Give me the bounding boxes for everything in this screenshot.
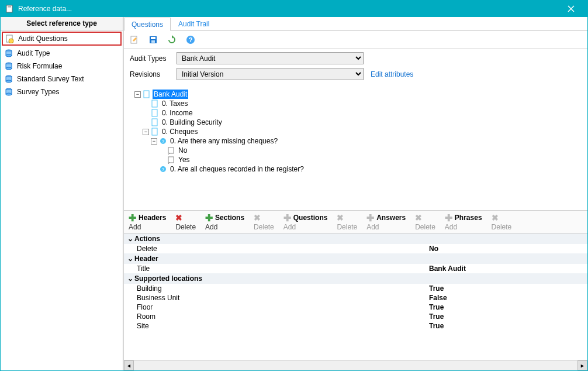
horizontal-scrollbar[interactable]: ◄ ► xyxy=(124,360,587,370)
scroll-right-arrow[interactable]: ► xyxy=(577,360,587,370)
scroll-track[interactable] xyxy=(134,360,577,370)
doc-icon xyxy=(151,128,159,136)
window-title: Reference data... xyxy=(18,5,559,13)
delete-icon: ✖ xyxy=(492,213,499,222)
svg-point-15 xyxy=(6,80,12,83)
tree-node[interactable]: 0. Are there any missing cheques? xyxy=(169,136,279,146)
doc-icon xyxy=(151,118,159,126)
tree-root[interactable]: Bank Audit xyxy=(153,90,188,99)
questions-add[interactable]: ✚QuestionsAdd xyxy=(279,211,333,233)
sidebar-item-label: Audit Questions xyxy=(18,35,68,43)
phrases-delete[interactable]: ✖Delete xyxy=(487,211,517,233)
pg-section-actions[interactable]: ⌄Actions xyxy=(124,233,587,244)
chevron-down-icon: ⌄ xyxy=(127,235,134,243)
tree-node[interactable]: 0. Cheques xyxy=(161,127,199,136)
audit-types-label: Audit Types xyxy=(130,54,177,63)
chevron-down-icon: ⌄ xyxy=(127,274,134,283)
pg-row[interactable]: DeleteNo xyxy=(124,244,587,253)
question-icon: ? xyxy=(159,137,167,145)
pg-row[interactable]: TitleBank Audit xyxy=(124,264,587,273)
help-button[interactable]: ? xyxy=(185,34,196,46)
questions-delete[interactable]: ✖Delete xyxy=(332,211,362,233)
svg-rect-32 xyxy=(168,147,174,153)
pg-row[interactable]: SiteTrue xyxy=(124,321,587,331)
answers-add[interactable]: ✚AnswersAdd xyxy=(362,211,410,233)
svg-rect-26 xyxy=(152,100,157,107)
pg-row[interactable]: BuildingTrue xyxy=(124,284,587,293)
tree-toggle[interactable]: − xyxy=(143,129,149,135)
plus-icon: ✚ xyxy=(445,212,452,224)
svg-point-18 xyxy=(6,93,12,95)
pg-section-header[interactable]: ⌄Header xyxy=(124,253,587,264)
svg-rect-29 xyxy=(152,128,157,135)
edit-attributes-link[interactable]: Edit attributes xyxy=(371,70,413,78)
chevron-down-icon: ⌄ xyxy=(127,255,134,263)
svg-point-9 xyxy=(6,54,12,57)
plus-icon: ✚ xyxy=(283,212,291,224)
tree-toggle[interactable]: − xyxy=(134,91,141,98)
sections-add[interactable]: ✚SectionsAdd xyxy=(200,211,249,233)
sidebar-item-risk-formulae[interactable]: Risk Formulae xyxy=(1,60,123,73)
tree-toggle[interactable]: − xyxy=(151,138,157,145)
delete-icon: ✖ xyxy=(175,213,182,222)
svg-rect-28 xyxy=(152,119,157,126)
sections-delete[interactable]: ✖Delete xyxy=(249,211,279,233)
answers-delete[interactable]: ✖Delete xyxy=(410,211,440,233)
questions-icon xyxy=(5,34,15,43)
delete-icon: ✖ xyxy=(254,213,261,222)
tab-audit-trail[interactable]: Audit Trail xyxy=(171,17,217,30)
tree-node[interactable]: 0. Income xyxy=(161,108,194,118)
svg-rect-25 xyxy=(144,91,149,98)
headers-delete[interactable]: ✖Delete xyxy=(171,211,200,233)
tabs: Questions Audit Trail xyxy=(124,17,587,31)
toolbar: ? xyxy=(124,31,587,49)
svg-rect-2 xyxy=(8,8,11,8)
barrel-icon xyxy=(4,87,13,97)
pg-section-locations[interactable]: ⌄Supported locations xyxy=(124,273,587,284)
svg-point-12 xyxy=(6,67,12,70)
plus-icon: ✚ xyxy=(129,212,136,224)
edit-button[interactable] xyxy=(129,34,140,46)
doc-icon xyxy=(151,109,159,117)
action-bar: ✚HeadersAdd ✖Delete ✚SectionsAdd ✖Delete… xyxy=(124,210,587,233)
audit-types-select[interactable]: Bank Audit xyxy=(177,52,364,64)
plus-icon: ✚ xyxy=(366,212,374,224)
doc-icon xyxy=(143,90,151,98)
tree-node[interactable]: Yes xyxy=(177,155,191,164)
sidebar-item-audit-questions[interactable]: Audit Questions xyxy=(2,32,122,46)
sidebar-item-standard-survey-text[interactable]: Standard Survey Text xyxy=(1,73,123,85)
delete-icon: ✖ xyxy=(337,213,344,222)
svg-rect-21 xyxy=(151,37,155,39)
tree-node[interactable]: No xyxy=(177,146,188,155)
pg-row[interactable]: RoomTrue xyxy=(124,312,587,321)
barrel-icon xyxy=(4,61,13,71)
close-button[interactable] xyxy=(559,1,583,17)
tree-node[interactable]: 0. Taxes xyxy=(161,99,189,108)
answer-icon xyxy=(167,156,175,164)
revisions-select[interactable]: Initial Version xyxy=(177,68,364,80)
doc-icon xyxy=(151,99,159,108)
scroll-left-arrow[interactable]: ◄ xyxy=(124,360,134,370)
save-button[interactable] xyxy=(147,34,159,46)
answer-icon xyxy=(167,146,175,154)
plus-icon: ✚ xyxy=(205,212,213,224)
barrel-icon xyxy=(4,74,13,84)
svg-text:?: ? xyxy=(162,167,165,172)
headers-add[interactable]: ✚HeadersAdd xyxy=(124,211,171,233)
sidebar-item-audit-type[interactable]: Audit Type xyxy=(1,47,123,60)
svg-rect-1 xyxy=(8,6,11,7)
refresh-button[interactable] xyxy=(166,34,178,46)
phrases-add[interactable]: ✚PhrasesAdd xyxy=(440,211,487,233)
sidebar-item-label: Risk Formulae xyxy=(17,62,62,70)
pg-row[interactable]: Business UnitFalse xyxy=(124,293,587,303)
svg-rect-22 xyxy=(151,40,155,43)
tab-questions[interactable]: Questions xyxy=(124,18,171,31)
tree-node[interactable]: 0. Are all cheques recorded in the regis… xyxy=(169,164,305,174)
property-grid: ⌄Actions DeleteNo ⌄Header TitleBank Audi… xyxy=(124,233,587,331)
sidebar-item-label: Audit Type xyxy=(17,49,50,57)
sidebar-item-label: Survey Types xyxy=(17,88,59,96)
svg-text:?: ? xyxy=(162,139,165,144)
tree-node[interactable]: 0. Building Security xyxy=(161,118,223,127)
pg-row[interactable]: FloorTrue xyxy=(124,303,587,312)
sidebar-item-survey-types[interactable]: Survey Types xyxy=(1,85,123,98)
